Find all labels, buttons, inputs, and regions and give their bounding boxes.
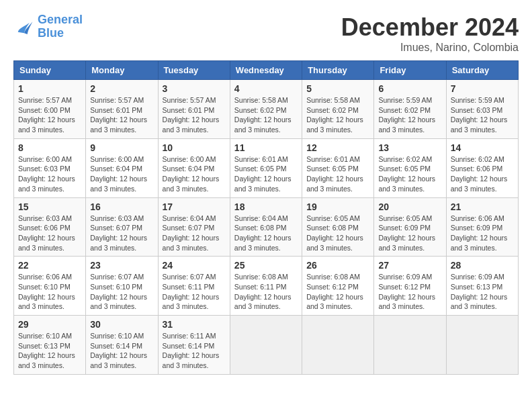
day-info: Sunrise: 6:00 AM Sunset: 6:04 PM Dayligh…: [163, 154, 226, 194]
col-header-sunday: Sunday: [14, 61, 86, 80]
col-header-monday: Monday: [86, 61, 158, 80]
calendar-day-cell: 31Sunrise: 6:11 AM Sunset: 6:14 PM Dayli…: [158, 316, 230, 375]
day-info: Sunrise: 6:03 AM Sunset: 6:06 PM Dayligh…: [18, 214, 81, 253]
day-info: Sunrise: 6:09 AM Sunset: 6:12 PM Dayligh…: [378, 272, 441, 312]
day-info: Sunrise: 6:04 AM Sunset: 6:07 PM Dayligh…: [163, 214, 226, 253]
calendar-day-cell: 17Sunrise: 6:04 AM Sunset: 6:07 PM Dayli…: [158, 197, 230, 257]
calendar-day-cell: [374, 316, 446, 375]
day-info: Sunrise: 6:05 AM Sunset: 6:09 PM Dayligh…: [378, 214, 441, 253]
calendar-day-cell: 25Sunrise: 6:08 AM Sunset: 6:11 PM Dayli…: [230, 257, 302, 316]
day-info: Sunrise: 6:00 AM Sunset: 6:04 PM Dayligh…: [90, 154, 153, 194]
day-number: 1: [18, 83, 81, 94]
calendar-day-cell: [230, 316, 302, 375]
day-info: Sunrise: 6:01 AM Sunset: 6:05 PM Dayligh…: [306, 154, 369, 194]
logo-line1: General: [38, 13, 83, 26]
calendar-day-cell: 3Sunrise: 5:57 AM Sunset: 6:01 PM Daylig…: [158, 80, 230, 139]
logo-bird-icon: [13, 17, 35, 36]
day-info: Sunrise: 5:58 AM Sunset: 6:02 PM Dayligh…: [306, 95, 369, 135]
day-number: 24: [163, 260, 226, 271]
calendar-day-cell: [302, 316, 374, 375]
day-number: 9: [90, 142, 153, 153]
day-number: 4: [234, 83, 298, 94]
col-header-wednesday: Wednesday: [230, 61, 302, 80]
calendar-day-cell: 20Sunrise: 6:05 AM Sunset: 6:09 PM Dayli…: [374, 197, 446, 257]
day-info: Sunrise: 6:06 AM Sunset: 6:09 PM Dayligh…: [451, 214, 514, 253]
day-number: 10: [163, 142, 226, 153]
day-info: Sunrise: 6:02 AM Sunset: 6:05 PM Dayligh…: [378, 154, 441, 194]
day-number: 29: [18, 319, 81, 330]
calendar-day-cell: 30Sunrise: 6:10 AM Sunset: 6:14 PM Dayli…: [86, 316, 158, 375]
day-info: Sunrise: 5:57 AM Sunset: 6:01 PM Dayligh…: [90, 95, 153, 135]
day-info: Sunrise: 6:11 AM Sunset: 6:14 PM Dayligh…: [163, 331, 226, 371]
day-number: 13: [378, 142, 441, 153]
day-info: Sunrise: 6:07 AM Sunset: 6:10 PM Dayligh…: [90, 272, 153, 312]
day-info: Sunrise: 5:57 AM Sunset: 6:01 PM Dayligh…: [163, 95, 226, 135]
day-number: 17: [163, 201, 226, 212]
day-number: 11: [234, 142, 298, 153]
day-info: Sunrise: 6:01 AM Sunset: 6:05 PM Dayligh…: [234, 154, 298, 194]
col-header-thursday: Thursday: [302, 61, 374, 80]
day-info: Sunrise: 5:59 AM Sunset: 6:03 PM Dayligh…: [451, 95, 514, 135]
calendar-day-cell: 5Sunrise: 5:58 AM Sunset: 6:02 PM Daylig…: [302, 80, 374, 139]
day-info: Sunrise: 6:09 AM Sunset: 6:13 PM Dayligh…: [451, 272, 514, 312]
day-number: 16: [90, 201, 153, 212]
calendar-day-cell: [446, 316, 518, 375]
main-title: December 2024: [341, 13, 519, 42]
logo-line2: Blue: [38, 26, 64, 40]
calendar-week-row: 15Sunrise: 6:03 AM Sunset: 6:06 PM Dayli…: [14, 197, 519, 257]
calendar-day-cell: 23Sunrise: 6:07 AM Sunset: 6:10 PM Dayli…: [86, 257, 158, 316]
day-info: Sunrise: 6:04 AM Sunset: 6:08 PM Dayligh…: [234, 214, 298, 253]
day-number: 8: [18, 142, 81, 153]
calendar-day-cell: 15Sunrise: 6:03 AM Sunset: 6:06 PM Dayli…: [14, 197, 86, 257]
day-number: 18: [234, 201, 298, 212]
calendar-day-cell: 10Sunrise: 6:00 AM Sunset: 6:04 PM Dayli…: [158, 138, 230, 197]
day-number: 22: [18, 260, 81, 271]
calendar-day-cell: 22Sunrise: 6:06 AM Sunset: 6:10 PM Dayli…: [14, 257, 86, 316]
calendar-table: SundayMondayTuesdayWednesdayThursdayFrid…: [13, 60, 519, 375]
day-number: 26: [306, 260, 369, 271]
header: General Blue December 2024 Imues, Narino…: [13, 13, 519, 54]
day-info: Sunrise: 5:59 AM Sunset: 6:02 PM Dayligh…: [378, 95, 441, 135]
day-number: 3: [163, 83, 226, 94]
calendar-day-cell: 28Sunrise: 6:09 AM Sunset: 6:13 PM Dayli…: [446, 257, 518, 316]
day-number: 27: [378, 260, 441, 271]
day-info: Sunrise: 6:10 AM Sunset: 6:13 PM Dayligh…: [18, 331, 81, 371]
calendar-day-cell: 1Sunrise: 5:57 AM Sunset: 6:00 PM Daylig…: [14, 80, 86, 139]
calendar-week-row: 8Sunrise: 6:00 AM Sunset: 6:03 PM Daylig…: [14, 138, 519, 197]
calendar-day-cell: 14Sunrise: 6:02 AM Sunset: 6:06 PM Dayli…: [446, 138, 518, 197]
calendar-day-cell: 18Sunrise: 6:04 AM Sunset: 6:08 PM Dayli…: [230, 197, 302, 257]
calendar-week-row: 29Sunrise: 6:10 AM Sunset: 6:13 PM Dayli…: [14, 316, 519, 375]
calendar-day-cell: 8Sunrise: 6:00 AM Sunset: 6:03 PM Daylig…: [14, 138, 86, 197]
day-info: Sunrise: 6:07 AM Sunset: 6:11 PM Dayligh…: [163, 272, 226, 312]
calendar-day-cell: 26Sunrise: 6:08 AM Sunset: 6:12 PM Dayli…: [302, 257, 374, 316]
calendar-week-row: 1Sunrise: 5:57 AM Sunset: 6:00 PM Daylig…: [14, 80, 519, 139]
day-info: Sunrise: 6:08 AM Sunset: 6:12 PM Dayligh…: [306, 272, 369, 312]
calendar-day-cell: 19Sunrise: 6:05 AM Sunset: 6:08 PM Dayli…: [302, 197, 374, 257]
day-number: 12: [306, 142, 369, 153]
col-header-friday: Friday: [374, 61, 446, 80]
col-header-tuesday: Tuesday: [158, 61, 230, 80]
title-area: December 2024 Imues, Narino, Colombia: [341, 13, 519, 54]
day-number: 15: [18, 201, 81, 212]
day-number: 5: [306, 83, 369, 94]
day-info: Sunrise: 6:08 AM Sunset: 6:11 PM Dayligh…: [234, 272, 298, 312]
day-number: 2: [90, 83, 153, 94]
logo: General Blue: [13, 13, 83, 40]
day-number: 25: [234, 260, 298, 271]
logo-text: General Blue: [38, 13, 83, 40]
calendar-day-cell: 2Sunrise: 5:57 AM Sunset: 6:01 PM Daylig…: [86, 80, 158, 139]
day-number: 14: [451, 142, 514, 153]
day-info: Sunrise: 6:02 AM Sunset: 6:06 PM Dayligh…: [451, 154, 514, 194]
calendar-day-cell: 21Sunrise: 6:06 AM Sunset: 6:09 PM Dayli…: [446, 197, 518, 257]
day-info: Sunrise: 6:10 AM Sunset: 6:14 PM Dayligh…: [90, 331, 153, 371]
day-number: 20: [378, 201, 441, 212]
day-info: Sunrise: 6:06 AM Sunset: 6:10 PM Dayligh…: [18, 272, 81, 312]
calendar-day-cell: 4Sunrise: 5:58 AM Sunset: 6:02 PM Daylig…: [230, 80, 302, 139]
day-info: Sunrise: 6:03 AM Sunset: 6:07 PM Dayligh…: [90, 214, 153, 253]
col-header-saturday: Saturday: [446, 61, 518, 80]
day-info: Sunrise: 5:58 AM Sunset: 6:02 PM Dayligh…: [234, 95, 298, 135]
calendar-day-cell: 9Sunrise: 6:00 AM Sunset: 6:04 PM Daylig…: [86, 138, 158, 197]
calendar-day-cell: 29Sunrise: 6:10 AM Sunset: 6:13 PM Dayli…: [14, 316, 86, 375]
calendar-day-cell: 13Sunrise: 6:02 AM Sunset: 6:05 PM Dayli…: [374, 138, 446, 197]
day-number: 28: [451, 260, 514, 271]
